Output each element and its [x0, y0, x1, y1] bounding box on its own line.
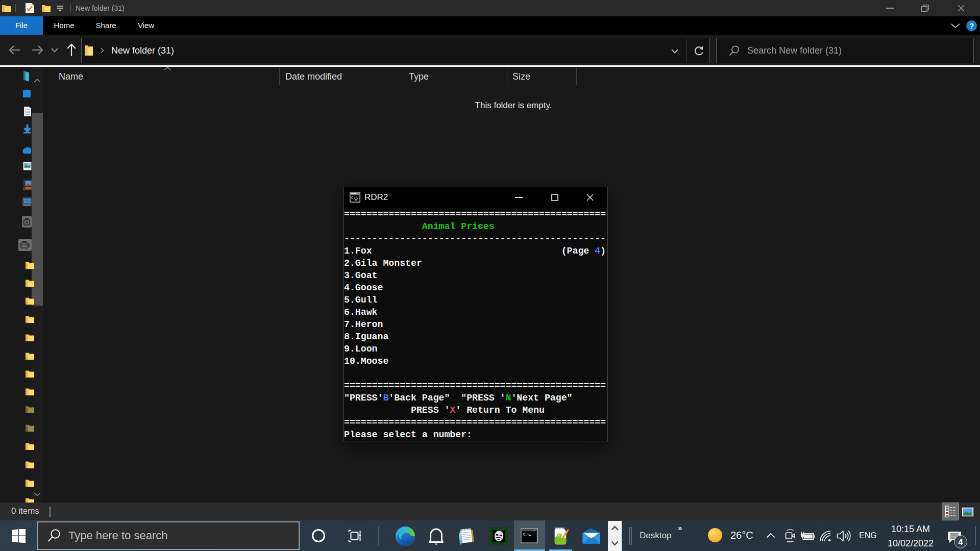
svg-text:C:\: C:\ [351, 196, 358, 200]
svg-text:C:\: C:\ [523, 533, 530, 537]
